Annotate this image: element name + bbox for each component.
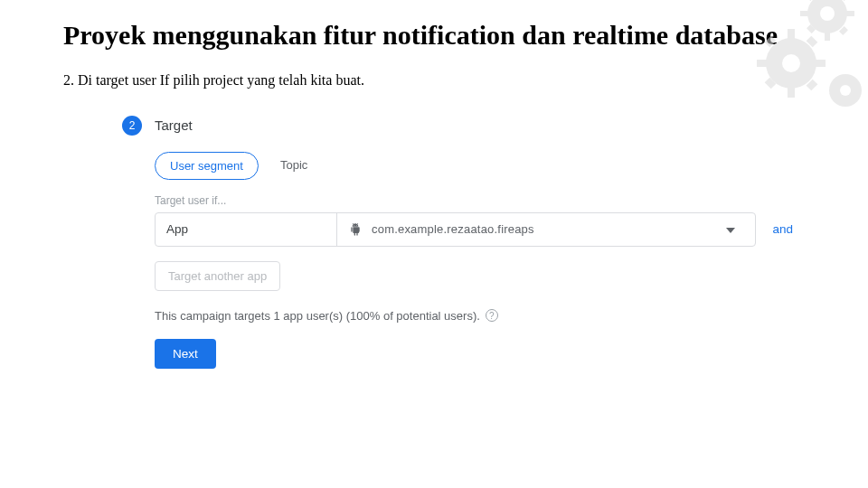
campaign-summary-text: This campaign targets 1 app user(s) (100… <box>155 309 480 323</box>
chevron-down-icon <box>726 222 744 236</box>
android-icon <box>348 222 363 237</box>
app-select[interactable]: App com.example.rezaatao.fireaps <box>155 212 756 247</box>
slide-body-text: 2. Di target user If pilih project yang … <box>63 72 805 89</box>
target-another-app-button[interactable]: Target another app <box>155 261 280 291</box>
target-user-if-label: Target user if... <box>155 194 800 207</box>
campaign-summary: This campaign targets 1 app user(s) (100… <box>155 309 800 323</box>
tab-topic[interactable]: Topic <box>266 152 322 180</box>
tab-user-segment[interactable]: User segment <box>155 152 259 180</box>
tab-row: User segment Topic <box>155 152 800 180</box>
app-name-value: com.example.rezaatao.fireaps <box>372 222 534 236</box>
app-field-label: App <box>156 213 336 246</box>
slide-title: Proyek menggunakan fitur notification da… <box>63 18 805 52</box>
next-button[interactable]: Next <box>155 339 216 369</box>
step-header: 2 Target <box>122 116 800 136</box>
step-title: Target <box>155 117 193 133</box>
step-number-badge: 2 <box>122 116 142 136</box>
help-icon[interactable]: ? <box>486 309 498 322</box>
and-button[interactable]: and <box>765 212 800 247</box>
target-panel: 2 Target User segment Topic Target user … <box>104 107 818 390</box>
